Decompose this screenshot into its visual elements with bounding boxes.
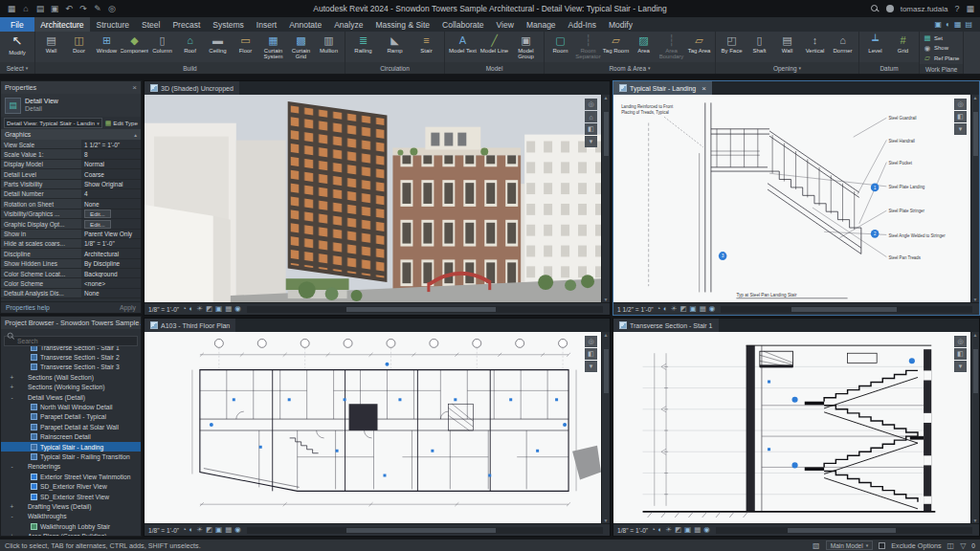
open-icon[interactable]: ▤ (34, 5, 46, 13)
stair-detail-canvas[interactable]: Landing Reinforced to Front Placing of T… (613, 95, 979, 302)
ribbon-group-label-select[interactable]: Select▾ (0, 62, 34, 74)
tab-view[interactable]: View (490, 17, 520, 32)
edit-visibility-button[interactable]: Edit... (81, 209, 141, 218)
roof-button[interactable]: ⌂Roof (176, 33, 204, 54)
show-work-plane-button[interactable]: ◉Show (924, 44, 959, 53)
browser-item[interactable]: Typical Stair - Railing Transition (1, 452, 141, 461)
reveal-hidden-icon[interactable]: ◉ (703, 526, 710, 534)
component-button[interactable]: ◆Component (121, 33, 148, 54)
model-text-button[interactable]: AModel Text (447, 33, 479, 54)
detail-level-icon[interactable]: ◔ (657, 305, 661, 313)
property-value[interactable]: Show Original (81, 180, 141, 188)
browser-item[interactable]: Parapet Detail - Typical (1, 412, 141, 422)
property-value[interactable]: <none> (81, 278, 141, 287)
door-button[interactable]: ◫Door (65, 33, 93, 54)
tag-room-button[interactable]: ▱Tag Room (602, 33, 630, 54)
horizontal-scrollbar[interactable] (247, 306, 603, 313)
browser-category[interactable]: -Renderings (1, 462, 141, 472)
zoom-icon[interactable]: ◧ (585, 123, 597, 135)
browser-category[interactable]: -Walkthroughs (1, 512, 141, 521)
floor-plan-canvas[interactable]: ◎ ◧ ▾ ▲▼ (145, 332, 610, 523)
property-value[interactable]: 1/8" = 1'-0" (81, 239, 141, 248)
wall-opening-button[interactable]: ▤Wall (773, 33, 801, 54)
steering-wheel-icon[interactable]: ◎ (585, 336, 597, 347)
horizontal-scrollbar[interactable] (716, 527, 972, 534)
tab-manage[interactable]: Manage (520, 17, 562, 32)
zoom-icon[interactable]: ◧ (585, 348, 597, 360)
browser-item[interactable]: SD_Exterior River View (1, 481, 141, 491)
horizontal-scrollbar[interactable] (247, 527, 603, 534)
visual-style-icon[interactable]: ◐ (663, 305, 668, 313)
tab-analyze[interactable]: Analyze (328, 17, 369, 32)
edit-type-button[interactable]: ▦Edit Type (105, 120, 138, 127)
active-workset-select[interactable]: Main Model▾ (826, 540, 874, 550)
curtain-grid-button[interactable]: ▩Curtain Grid (287, 33, 315, 60)
apply-button[interactable]: Apply (120, 304, 136, 311)
steering-wheel-icon[interactable]: ◎ (585, 99, 597, 110)
crop-view-icon[interactable]: ▣ (215, 526, 222, 534)
ribbon-group-label-room-area[interactable]: Room & Area▾ (545, 62, 715, 74)
tab-annotate[interactable]: Annotate (283, 17, 328, 32)
graphics-section-header[interactable]: Graphics▴ (1, 129, 141, 140)
vertical-scrollbar[interactable]: ▲▼ (970, 95, 979, 302)
area-button[interactable]: ▨Area (630, 33, 657, 54)
property-value[interactable]: 8 (81, 149, 141, 158)
browser-item[interactable]: Exterior Street View Twinmotion (1, 472, 141, 481)
visual-style-icon[interactable]: ◐ (189, 305, 194, 313)
user-name[interactable]: tomasz.fudala (901, 5, 948, 13)
tab-massing-site[interactable]: Massing & Site (369, 17, 436, 32)
level-button[interactable]: ┷Level (861, 33, 889, 54)
tab-systems[interactable]: Systems (207, 17, 251, 32)
view-tab-3d[interactable]: 3D (Shaded) Uncropped (145, 81, 239, 95)
browser-category[interactable]: +Sections (Working Section) (1, 383, 141, 392)
vertical-scrollbar[interactable]: ▲▼ (601, 332, 610, 523)
tab-structure[interactable]: Structure (90, 17, 136, 32)
railing-button[interactable]: ≣Railing (347, 33, 379, 54)
sun-path-icon[interactable]: ☀ (196, 305, 203, 313)
measure-icon[interactable]: ◎ (106, 5, 118, 13)
steering-wheel-icon[interactable]: ◎ (954, 99, 967, 110)
view-tab-floor-plan[interactable]: A103 - Third Floor Plan (145, 319, 235, 332)
browser-item[interactable]: Transverse Section - Stair 2 (1, 352, 141, 362)
edit-graphic-display-button[interactable]: Edit... (81, 219, 141, 228)
stair-button[interactable]: ≡Stair (411, 33, 442, 54)
help-icon[interactable]: ? (954, 4, 959, 13)
nav-more-icon[interactable]: ▾ (954, 361, 967, 372)
grid-button[interactable]: #Grid (889, 33, 917, 54)
home-icon[interactable]: ⌂ (20, 5, 32, 13)
crop-region-icon[interactable]: ▦ (694, 526, 701, 534)
detail-level-icon[interactable]: ◔ (182, 526, 187, 534)
floor-button[interactable]: ▭Floor (232, 33, 259, 54)
property-value[interactable]: Normal (81, 160, 141, 168)
browser-item[interactable]: Parapet Detail at Solar Wall (1, 422, 141, 431)
vertical-scrollbar[interactable]: ▲▼ (601, 95, 610, 302)
zoom-icon[interactable]: ◧ (954, 111, 967, 122)
set-work-plane-button[interactable]: ▦Set (924, 33, 959, 42)
reveal-hidden-icon[interactable]: ◉ (234, 526, 241, 534)
property-value[interactable]: Architectural (81, 249, 141, 257)
app-menu-icon[interactable]: ▦ (6, 5, 17, 13)
workspace-icon-3[interactable]: ▦ (954, 20, 962, 29)
property-value[interactable]: Background (81, 269, 141, 277)
browser-item[interactable]: Rainscreen Detail (1, 432, 141, 442)
browser-item[interactable]: Walkthrough Lobby Stair (1, 521, 141, 531)
property-value[interactable]: None (81, 199, 141, 208)
shadows-icon[interactable]: ◩ (206, 305, 212, 313)
worksets-icon[interactable]: ▧ (813, 541, 820, 550)
tab-architecture[interactable]: Architecture (34, 17, 90, 32)
save-icon[interactable]: ▣ (49, 5, 60, 13)
property-value[interactable]: Parent View Only (81, 230, 141, 238)
workspace-icon-2[interactable]: ◐ (946, 20, 950, 29)
window-button[interactable]: ⊞Window (93, 33, 121, 54)
property-value[interactable]: 4 (81, 189, 141, 198)
model-line-button[interactable]: ╱Model Line (479, 33, 510, 54)
nav-more-icon[interactable]: ▾ (585, 361, 597, 372)
visual-style-icon[interactable]: ◐ (189, 526, 194, 534)
browser-category[interactable]: +Drafting Views (Detail) (1, 501, 141, 511)
horizontal-scrollbar[interactable] (721, 306, 972, 313)
sun-path-icon[interactable]: ☀ (196, 526, 203, 534)
tab-precast[interactable]: Precast (167, 17, 207, 32)
browser-item-selected[interactable]: Typical Stair - Landing (1, 442, 141, 452)
sun-path-icon[interactable]: ☀ (665, 526, 672, 534)
ramp-button[interactable]: ◣Ramp (379, 33, 411, 54)
